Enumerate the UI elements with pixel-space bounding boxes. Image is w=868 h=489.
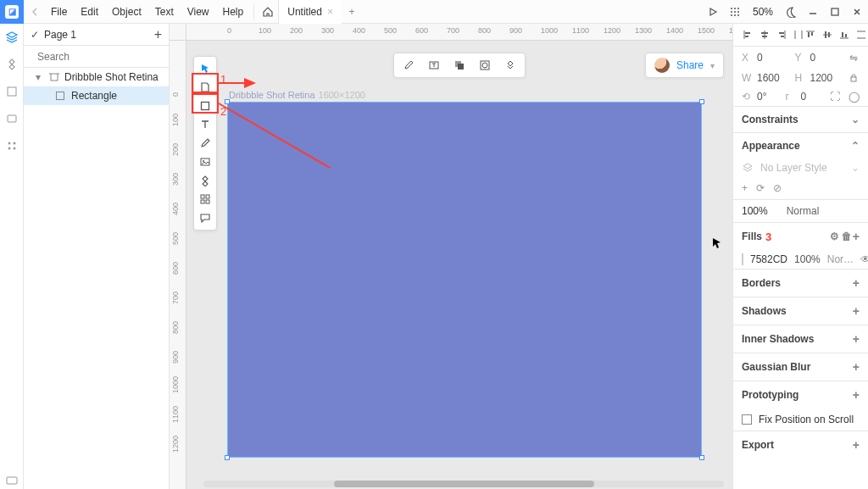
app-logo[interactable]: ◪ bbox=[0, 0, 24, 24]
canvas[interactable]: 0 100 200 300 400 500 600 700 800 900 10… bbox=[170, 24, 732, 489]
add-export-button[interactable]: + bbox=[853, 438, 860, 452]
user-avatar[interactable] bbox=[654, 58, 670, 73]
rail-styles-icon[interactable] bbox=[3, 83, 20, 100]
align-dist-h-icon[interactable] bbox=[793, 29, 804, 41]
theme-icon[interactable] bbox=[780, 0, 802, 24]
opacity-value[interactable]: 100% bbox=[742, 205, 768, 217]
tool-comment[interactable] bbox=[197, 209, 214, 226]
menu-text[interactable]: Text bbox=[148, 0, 181, 24]
layer-caret-icon[interactable]: ▾ bbox=[36, 71, 44, 83]
window-close-icon[interactable] bbox=[846, 0, 868, 24]
blend-mode-value[interactable]: Normal bbox=[787, 205, 820, 217]
align-top-icon[interactable] bbox=[804, 29, 816, 41]
horizontal-scrollbar[interactable] bbox=[203, 481, 724, 487]
section-borders[interactable]: Borders+ bbox=[733, 270, 868, 297]
add-inner-shadow-button[interactable]: + bbox=[853, 332, 860, 346]
resize-handle-se[interactable] bbox=[699, 455, 704, 460]
menu-edit[interactable]: Edit bbox=[74, 0, 105, 24]
update-style-icon[interactable]: ⟳ bbox=[756, 182, 765, 194]
rail-components-icon[interactable] bbox=[3, 56, 20, 73]
menu-help[interactable]: Help bbox=[216, 0, 251, 24]
play-icon[interactable] bbox=[702, 0, 724, 24]
fill-delete-icon[interactable]: 🗑 bbox=[841, 231, 853, 242]
align-dist-v-icon[interactable] bbox=[855, 29, 867, 41]
tool-select[interactable] bbox=[197, 60, 214, 77]
fix-on-scroll-row[interactable]: Fix Position on Scroll bbox=[733, 408, 868, 431]
tool-artboard[interactable] bbox=[197, 79, 214, 96]
y-value[interactable]: 0 bbox=[810, 52, 816, 64]
lock-ratio-icon[interactable] bbox=[848, 72, 860, 84]
nav-back-icon[interactable] bbox=[25, 3, 44, 21]
fill-settings-icon[interactable]: ⚙ bbox=[829, 231, 841, 242]
expand-radius-icon[interactable]: ⛶ bbox=[829, 91, 841, 103]
tool-pen[interactable] bbox=[197, 135, 214, 152]
fill-visibility-icon[interactable]: 👁 bbox=[860, 253, 868, 265]
rotation-value[interactable]: 0° bbox=[757, 91, 766, 103]
grid-icon[interactable] bbox=[724, 0, 746, 24]
share-button[interactable]: Share bbox=[676, 59, 704, 71]
x-value[interactable]: 0 bbox=[757, 52, 763, 64]
layer-search[interactable]: ⋯ bbox=[24, 46, 169, 68]
action-mask-icon[interactable] bbox=[477, 58, 492, 73]
section-blur[interactable]: Gaussian Blur+ bbox=[733, 353, 868, 381]
fill-swatch[interactable] bbox=[742, 253, 743, 265]
zoom-level[interactable]: 50% bbox=[746, 6, 780, 18]
action-textbox-icon[interactable] bbox=[426, 58, 442, 73]
resize-handle-nw[interactable] bbox=[225, 99, 230, 104]
align-left-icon[interactable] bbox=[742, 29, 754, 41]
resize-handle-ne[interactable] bbox=[699, 99, 704, 104]
share-chevron-icon[interactable]: ▾ bbox=[710, 61, 715, 70]
document-tab[interactable]: Untitled × bbox=[278, 0, 342, 24]
close-tab-icon[interactable]: × bbox=[327, 6, 333, 18]
section-inner-shadows[interactable]: Inner Shadows+ bbox=[733, 325, 868, 353]
layer-search-input[interactable] bbox=[36, 50, 166, 64]
detach-style-icon[interactable]: ⊘ bbox=[773, 182, 782, 194]
h-value[interactable]: 1200 bbox=[810, 72, 833, 84]
add-shadow-button[interactable]: + bbox=[853, 304, 860, 318]
fill-hex-value[interactable]: 7582CD bbox=[750, 253, 787, 265]
menu-file[interactable]: File bbox=[44, 0, 74, 24]
rail-plugins-icon[interactable] bbox=[3, 137, 20, 154]
tool-grid[interactable] bbox=[197, 191, 214, 208]
tool-rectangle[interactable] bbox=[197, 97, 214, 114]
section-appearance[interactable]: Appearance⌃ bbox=[733, 133, 868, 158]
section-constraints[interactable]: Constraints⌄ bbox=[733, 107, 868, 132]
add-prototype-button[interactable]: + bbox=[853, 388, 860, 402]
align-vcenter-icon[interactable] bbox=[821, 29, 833, 41]
action-boolean-icon[interactable] bbox=[452, 58, 467, 73]
fill-blend-value[interactable]: Nor… bbox=[827, 253, 854, 265]
tool-image[interactable] bbox=[197, 153, 214, 170]
page-selector[interactable]: ✓ Page 1 + bbox=[24, 24, 169, 46]
rail-collapse-icon[interactable] bbox=[3, 472, 20, 489]
section-prototyping[interactable]: Prototyping+ bbox=[733, 381, 868, 408]
tool-text[interactable] bbox=[197, 116, 214, 133]
window-minimize-icon[interactable] bbox=[802, 0, 824, 24]
scrollbar-thumb[interactable] bbox=[334, 481, 594, 487]
layer-artboard-row[interactable]: ▾ Dribbble Shot Retina bbox=[24, 68, 169, 86]
rail-layers-icon[interactable] bbox=[3, 29, 20, 46]
add-style-button[interactable]: + bbox=[742, 182, 748, 194]
resize-handle-sw[interactable] bbox=[225, 455, 230, 460]
section-export[interactable]: Export+ bbox=[733, 431, 868, 458]
rail-assets-icon[interactable] bbox=[3, 110, 20, 127]
layer-style-select[interactable]: No Layer Style ⌄ bbox=[733, 158, 868, 177]
add-page-button[interactable]: + bbox=[154, 28, 162, 42]
window-maximize-icon[interactable] bbox=[824, 0, 846, 24]
align-hcenter-icon[interactable] bbox=[759, 29, 771, 41]
fill-opacity-value[interactable]: 100% bbox=[794, 253, 821, 265]
home-icon[interactable] bbox=[258, 6, 278, 18]
artboard-rectangle[interactable] bbox=[227, 102, 702, 458]
action-component-icon[interactable] bbox=[503, 58, 518, 73]
add-blur-button[interactable]: + bbox=[853, 360, 860, 374]
radius-value[interactable]: 0 bbox=[801, 91, 807, 103]
add-tab-button[interactable]: + bbox=[342, 6, 362, 18]
menu-view[interactable]: View bbox=[181, 0, 216, 24]
add-fill-button[interactable]: + bbox=[853, 230, 860, 243]
w-value[interactable]: 1600 bbox=[757, 72, 780, 84]
menu-object[interactable]: Object bbox=[105, 0, 148, 24]
more-radius-icon[interactable]: ◯ bbox=[848, 91, 860, 103]
layer-rectangle-row[interactable]: Rectangle bbox=[24, 86, 169, 105]
swap-xy-icon[interactable]: ⇋ bbox=[848, 52, 860, 64]
align-right-icon[interactable] bbox=[776, 29, 787, 41]
add-border-button[interactable]: + bbox=[853, 276, 860, 290]
